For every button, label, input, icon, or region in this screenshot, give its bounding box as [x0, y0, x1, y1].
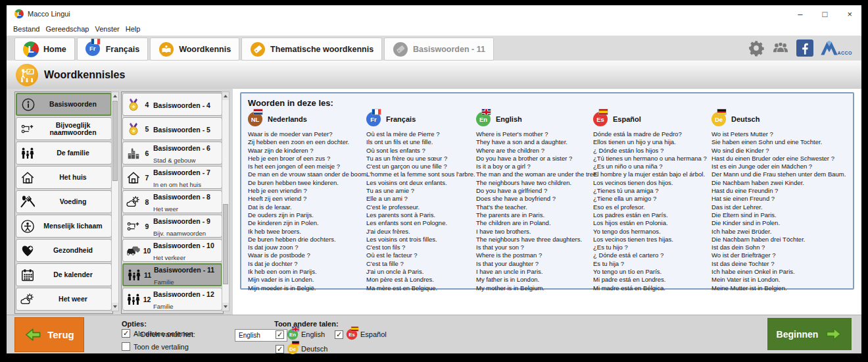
sentence: Mijn vader is in Londen. [248, 276, 366, 284]
house-icon [125, 170, 142, 186]
scroll-up-icon[interactable] [222, 92, 229, 100]
sidebar-item-de-kalender[interactable]: De kalender [16, 263, 112, 286]
sentence: Ma mère est en Belgique. [366, 284, 476, 292]
users-icon[interactable] [771, 39, 790, 57]
checkbox[interactable]: ✓ [122, 329, 130, 338]
sentence: Elle a un ami ? [366, 195, 476, 203]
lang-header: EnEnglish [476, 111, 593, 128]
lesson-item-9[interactable]: 9Basiswoorden - 9Bijv. naamwoorden [122, 215, 222, 238]
medal-icon [125, 121, 142, 137]
sentence: ¿Tienes tú una amiga ? [593, 187, 711, 195]
lesson-scrollbar[interactable] [222, 91, 229, 311]
sentence: Meine Mutter ist in Belgien. [711, 284, 843, 292]
sentence: De kinderen zijn in Polen. [248, 219, 366, 227]
sidebar-item-de-familie[interactable]: De familie [16, 142, 112, 165]
lesson-item-11[interactable]: 11Basiswoorden - 11Familie [122, 263, 222, 286]
sentence: Waar zijn de kinderen ? [248, 147, 366, 155]
sentence: The man and the woman are under the tree… [476, 170, 593, 178]
sentence: Hast du einen Bruder oder eine Schwester… [711, 155, 843, 163]
sidebar-item-bijvoeglijk-naamwoorden[interactable]: Bijvoeglijk naamwoorden [16, 117, 112, 140]
sidebar-item-voeding[interactable]: Voeding [16, 190, 112, 213]
sidebar-item-gezondheid[interactable]: Gezondheid [16, 239, 112, 262]
traffic-icon [125, 243, 142, 259]
sentence: Does she have a boyfriend ? [476, 195, 593, 203]
arrow-right-icon [825, 325, 842, 343]
lesson-item-12[interactable]: 12Basiswoorden - 12Familie [122, 288, 222, 311]
lang-header: DeDeutsch [711, 111, 843, 128]
tab-basiswoorden-11[interactable]: Basiswoorden - 11 [384, 38, 494, 61]
sidebar-item-basiswoorden[interactable]: Basiswoorden [16, 93, 112, 116]
sidebar-item-het-weer[interactable]: Het weer [16, 288, 112, 311]
tab-thematische-woordkennis[interactable]: Thematische woordkennis [241, 38, 382, 61]
sentence: Mein Vater ist in London. [711, 276, 843, 284]
sentence: Los padres están en París. [593, 211, 711, 219]
gear-icon[interactable] [748, 39, 765, 57]
sidebar-item-menselijk-lichaam[interactable]: Menselijk lichaam [16, 215, 112, 238]
checkbox[interactable] [122, 342, 130, 351]
sentence: Heb je een vriendin ? [248, 187, 366, 195]
minimize-button[interactable]: – [798, 10, 802, 18]
sentence: Das ist der Lehrer. [711, 203, 843, 211]
back-button[interactable]: Terug [14, 317, 84, 352]
menu-item-bestand[interactable]: Bestand [13, 25, 39, 33]
checkbox[interactable]: ✓ [276, 345, 284, 353]
sidebar-item-het-huis[interactable]: Het huis [16, 166, 112, 189]
de-flag-icon: De [711, 112, 726, 126]
arrow-left-icon [24, 326, 42, 344]
lesson-item-5[interactable]: 5Basiswoorden - 5 [122, 117, 222, 140]
tab-bar: LHomeFrFrançaisWoordkennisThematische wo… [7, 36, 861, 61]
menu-item-venster[interactable]: Venster [95, 25, 119, 33]
menu-item-help[interactable]: Help [126, 25, 141, 33]
lesson-item-10[interactable]: 10Basiswoorden - 10Het verkeer [122, 239, 222, 262]
scrollbar-thumb[interactable] [223, 204, 228, 284]
sentence: Les voisins ont trois filles. [366, 236, 476, 244]
show-language-deutsch: ✓DeDeutsch [276, 342, 327, 355]
sentence: Los hijos están en Polonia. [593, 219, 711, 227]
lesson-item-6[interactable]: 6Basiswoorden - 6Stad & gebouw [122, 142, 222, 165]
sentence: C'est ta fille ? [366, 260, 476, 268]
checkbox[interactable]: ✓ [335, 330, 343, 339]
sentence: Wo ist der Briefträger ? [711, 251, 843, 259]
sentence: Do you have a brother or a sister ? [476, 155, 593, 163]
tab-woordkennis[interactable]: Woordkennis [150, 38, 239, 61]
weather-icon [18, 292, 37, 307]
sentence: I have an uncle in Paris. [476, 268, 593, 276]
close-button[interactable]: × [847, 10, 852, 18]
sentence: Where is the postman ? [476, 251, 593, 259]
checkbox[interactable]: ✓ [276, 330, 284, 339]
facebook-icon[interactable] [796, 39, 813, 57]
macco-l-icon: L [23, 41, 39, 57]
category-scrollbar[interactable] [111, 91, 119, 311]
calendar-icon [18, 267, 37, 283]
building-icon [125, 145, 142, 161]
scrollbar-thumb[interactable] [112, 101, 118, 181]
sentence: ¿Tiene ella un amigo ? [593, 195, 711, 203]
sentence: I have two brothers. [476, 228, 593, 236]
main-area: Woorden in deze les: NLNederlandsWaar is… [233, 89, 861, 315]
sentence: El hombre y la mujer están bajo el árbol… [593, 170, 711, 178]
page-header: Woordkennisles [7, 61, 861, 90]
fr-badge-icon: Fr [85, 41, 101, 57]
sentence: Dat is de leraar. [248, 203, 366, 211]
sentence: The children are in Poland. [476, 219, 593, 227]
start-button[interactable]: Beginnen [766, 317, 853, 351]
tab-fran-ais[interactable]: FrFrançais [77, 38, 148, 61]
menu-item-gereedschap[interactable]: Gereedschap [45, 25, 89, 33]
tab-home[interactable]: LHome [14, 38, 75, 61]
lesson-item-7[interactable]: 7Basiswoorden - 7In en om het huis [122, 166, 222, 189]
sentence: The parents are in Paris. [476, 211, 593, 219]
sentence: Ik heb twee broers. [248, 228, 366, 236]
adjective-icon [18, 121, 37, 137]
lesson-item-4[interactable]: 4Basiswoorden - 4 [122, 93, 222, 116]
lesson-item-8[interactable]: 8Basiswoorden - 8Het weer [122, 190, 222, 213]
sentence: C'est un garçon ou une fille ? [366, 163, 476, 170]
macco-logo-icon[interactable]: ACCO [819, 39, 852, 57]
scroll-down-icon[interactable] [222, 303, 229, 311]
sentence: Heeft zij een vriend ? [248, 195, 366, 203]
scroll-up-icon[interactable] [112, 92, 118, 100]
maximize-button[interactable]: □ [823, 10, 828, 18]
sentence: De buren hebben twee kinderen. [248, 179, 366, 187]
scroll-down-icon[interactable] [112, 303, 118, 311]
words-panel-title: Woorden in deze les: [248, 98, 853, 108]
sentence: That's the teacher. [476, 203, 593, 211]
